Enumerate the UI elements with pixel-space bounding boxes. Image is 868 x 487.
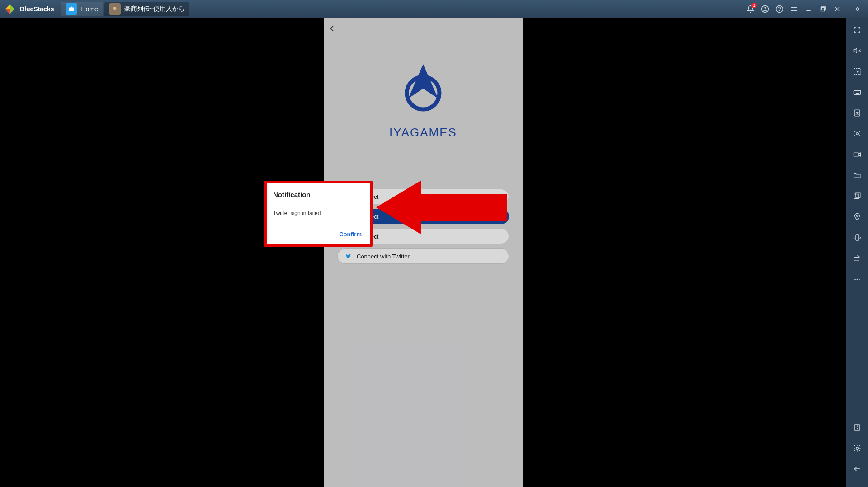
close-button[interactable]: [830, 2, 844, 16]
back-button[interactable]: [328, 23, 336, 35]
svg-point-42: [856, 447, 859, 450]
svg-point-30: [856, 133, 859, 135]
rotate-button[interactable]: [851, 252, 863, 265]
android-back-button[interactable]: [851, 463, 863, 475]
twitter-icon: [344, 253, 352, 259]
main-viewport: IYAGAMES Connect Connect Connect: [0, 18, 846, 487]
menu-button[interactable]: [787, 2, 801, 16]
svg-text:APK: APK: [855, 114, 859, 116]
tab-app[interactable]: 豪商列伝~使用人から: [104, 2, 189, 16]
svg-point-38: [857, 279, 858, 280]
svg-rect-36: [854, 258, 859, 261]
svg-rect-0: [69, 8, 74, 11]
app-tab-icon: [109, 3, 121, 15]
annotation-arrow-icon: [376, 178, 507, 239]
keyboard-button[interactable]: [851, 86, 863, 98]
titlebar: BlueStacks Home 豪商列伝~使用人から 1: [0, 0, 868, 18]
connect-twitter-button[interactable]: Connect with Twitter: [337, 248, 509, 264]
volume-mute-button[interactable]: [851, 44, 863, 57]
account-button[interactable]: [758, 2, 772, 16]
more-button[interactable]: [851, 273, 863, 286]
dialog-title: Notification: [273, 191, 363, 198]
tab-home[interactable]: Home: [61, 2, 102, 16]
right-sidebar: APK: [846, 18, 868, 487]
svg-point-41: [857, 429, 858, 429]
svg-point-5: [764, 7, 766, 9]
record-button[interactable]: [851, 148, 863, 161]
svg-rect-31: [854, 153, 859, 156]
install-apk-button[interactable]: APK: [851, 107, 863, 119]
notification-dialog: Notification Twitter sign in failed Conf…: [264, 181, 373, 247]
connect-twitter-label: Connect with Twitter: [357, 253, 410, 260]
location-button[interactable]: [851, 211, 863, 223]
guide-button[interactable]: [851, 421, 863, 434]
svg-point-34: [857, 215, 858, 216]
maximize-button[interactable]: [816, 2, 830, 16]
svg-rect-1: [71, 7, 73, 8]
svg-rect-35: [856, 235, 859, 240]
multi-instance-button[interactable]: [851, 190, 863, 202]
svg-rect-13: [822, 7, 826, 10]
app-screen: IYAGAMES Connect Connect Connect: [324, 18, 523, 487]
svg-point-39: [859, 279, 860, 280]
screenshot-button[interactable]: [851, 127, 863, 140]
fullscreen-button[interactable]: [851, 23, 863, 36]
bluestacks-logo-icon: [4, 3, 16, 15]
svg-rect-33: [856, 193, 860, 197]
notification-badge: 1: [751, 3, 757, 8]
tab-home-label: Home: [81, 5, 98, 13]
notifications-button[interactable]: 1: [743, 2, 758, 16]
svg-point-7: [779, 10, 780, 11]
product-name: BlueStacks: [20, 5, 54, 13]
media-folder-button[interactable]: [851, 169, 863, 182]
home-tab-icon: [66, 3, 77, 15]
svg-point-37: [854, 279, 856, 280]
help-button[interactable]: [772, 2, 787, 16]
svg-rect-22: [854, 90, 861, 94]
svg-rect-12: [821, 8, 824, 11]
svg-rect-32: [854, 194, 859, 199]
minimize-button[interactable]: [801, 2, 816, 16]
lock-cursor-button[interactable]: [851, 65, 863, 78]
brand-text: IYAGAMES: [389, 126, 457, 140]
iyagames-logo-icon: [398, 63, 448, 119]
svg-point-3: [113, 7, 117, 10]
dialog-confirm-button[interactable]: Confirm: [337, 228, 363, 240]
tab-app-label: 豪商列伝~使用人から: [124, 5, 185, 13]
dialog-message: Twitter sign in failed: [273, 210, 363, 216]
settings-button[interactable]: [851, 442, 863, 454]
shake-button[interactable]: [851, 231, 863, 244]
svg-marker-18: [376, 180, 507, 234]
brand-area: IYAGAMES: [324, 63, 523, 140]
collapse-sidebar-button[interactable]: [850, 2, 864, 16]
